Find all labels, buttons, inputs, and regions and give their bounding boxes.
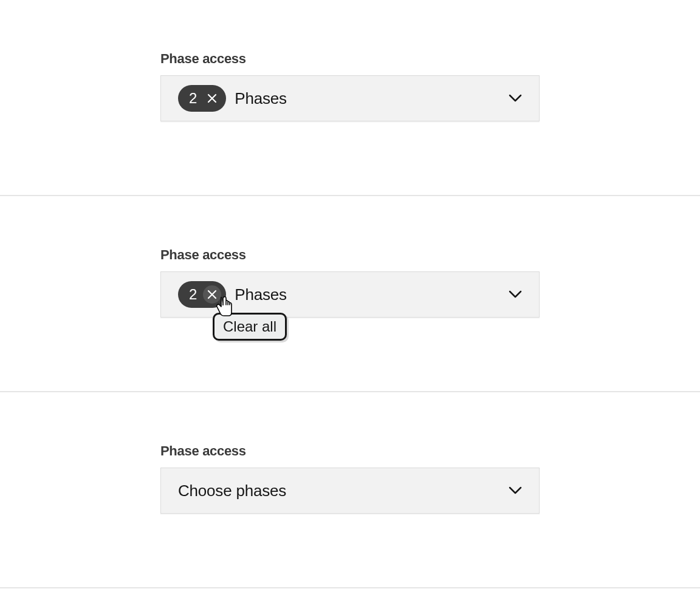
chevron-down-icon bbox=[509, 92, 522, 105]
tooltip: Clear all bbox=[213, 313, 287, 341]
selection-count-pill: 2 bbox=[178, 85, 226, 112]
field-wrap: Phase access 2 Phases bbox=[160, 247, 540, 318]
tooltip-text: Clear all bbox=[223, 318, 276, 335]
field-label: Phase access bbox=[160, 247, 540, 263]
close-icon bbox=[207, 290, 217, 299]
chevron-down-icon bbox=[509, 484, 522, 497]
state-panel-hover-clear: Phase access 2 Phases bbox=[0, 196, 700, 392]
field-wrap: Phase access 2 Phases bbox=[160, 51, 540, 121]
chevron-down-icon bbox=[509, 288, 522, 301]
multiselect-dropdown[interactable]: Choose phases bbox=[160, 468, 540, 514]
clear-all-button[interactable] bbox=[203, 285, 221, 304]
state-panel-default: Phase access 2 Phases bbox=[0, 0, 700, 196]
selection-count: 2 bbox=[189, 90, 197, 107]
select-text: Phases bbox=[235, 89, 287, 108]
clear-all-button[interactable] bbox=[203, 89, 221, 107]
field-wrap: Phase access Choose phases bbox=[160, 443, 540, 514]
multiselect-dropdown[interactable]: 2 Phases bbox=[160, 271, 540, 318]
select-placeholder: Choose phases bbox=[178, 482, 286, 500]
field-label: Phase access bbox=[160, 51, 540, 67]
field-label: Phase access bbox=[160, 443, 540, 459]
select-text: Phases bbox=[235, 285, 287, 304]
close-icon bbox=[207, 94, 217, 103]
selection-count-pill: 2 bbox=[178, 281, 226, 308]
selection-count: 2 bbox=[189, 286, 197, 303]
multiselect-dropdown[interactable]: 2 Phases bbox=[160, 75, 540, 121]
state-panel-empty: Phase access Choose phases bbox=[0, 392, 700, 588]
